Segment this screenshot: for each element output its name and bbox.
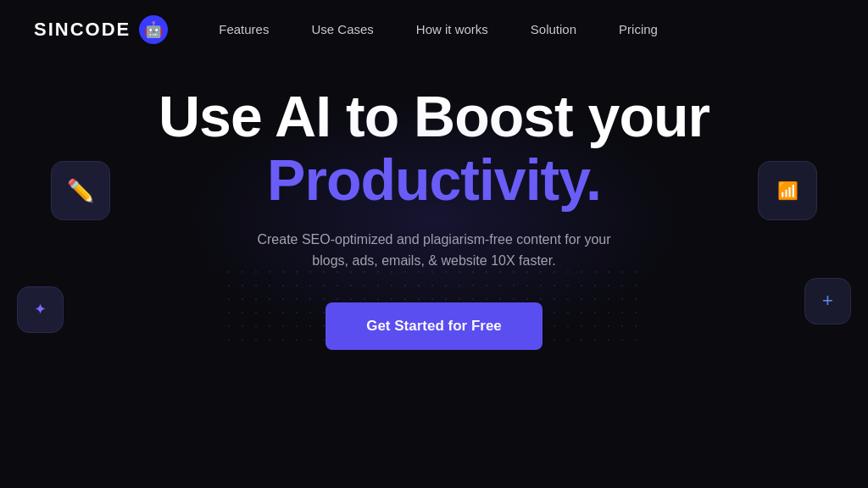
hero-title-line1: Use AI to Boost your [159, 84, 709, 148]
hero-title: Use AI to Boost your Productivity. [159, 85, 709, 212]
cta-button[interactable]: Get Started for Free [326, 302, 542, 350]
navbar: SINCODE 🤖 Features Use Cases How it work… [0, 0, 868, 59]
hero-title-accent: Productivity. [267, 147, 601, 212]
star-icon: ✦ [34, 300, 47, 319]
hero-section: ✏️ 📶 + ✦ Use AI to Boost your Productivi… [0, 59, 868, 350]
nav-use-cases[interactable]: Use Cases [311, 22, 373, 36]
logo-icon: 🤖 [139, 15, 168, 44]
floating-card-wave: 📶 [758, 161, 817, 220]
nav-links: Features Use Cases How it works Solution… [219, 22, 658, 37]
nav-pricing[interactable]: Pricing [619, 22, 658, 36]
wave-icon: 📶 [777, 180, 798, 201]
hero-subtitle: Create SEO-optimized and plagiarism-free… [256, 229, 612, 272]
logo[interactable]: SINCODE 🤖 [34, 15, 168, 44]
logo-text: SINCODE [34, 19, 131, 41]
nav-solution[interactable]: Solution [531, 22, 576, 36]
floating-card-plus: + [804, 278, 851, 324]
floating-card-pen: ✏️ [51, 161, 110, 220]
pen-icon: ✏️ [67, 178, 94, 204]
floating-card-small: ✦ [17, 286, 64, 333]
nav-features[interactable]: Features [219, 22, 269, 36]
nav-how-it-works[interactable]: How it works [416, 22, 488, 36]
plus-icon: + [822, 290, 833, 312]
